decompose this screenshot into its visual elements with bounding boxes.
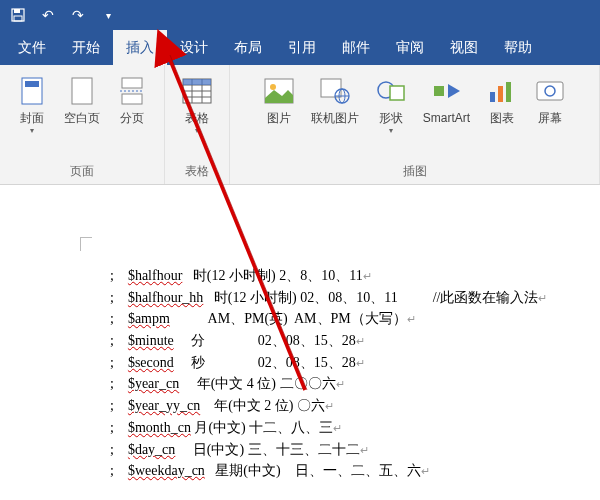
blank-page-label: 空白页 [64,111,100,125]
screenshot-icon [534,75,566,107]
chevron-down-icon: ▾ [389,126,393,135]
document-line: ; $weekday_cn 星期(中文) 日、一、二、五、六↵ [110,460,600,482]
svg-rect-28 [506,82,511,102]
smartart-label: SmartArt [423,111,470,125]
document-line: ; $month_cn 月(中文) 十二、八、三↵ [110,417,600,439]
tab-mailings[interactable]: 邮件 [329,30,383,65]
svg-rect-26 [490,92,495,102]
undo-icon[interactable]: ↶ [40,7,56,23]
smartart-icon [431,75,463,107]
svg-rect-6 [122,78,142,88]
svg-rect-7 [122,94,142,104]
redo-icon[interactable]: ↷ [70,7,86,23]
svg-rect-1 [14,9,20,13]
ribbon-tabs: 文件 开始 插入 设计 布局 引用 邮件 审阅 视图 帮助 [0,30,600,65]
group-pages-label: 页面 [70,160,94,184]
cover-page-button[interactable]: 封面 ▾ [8,71,56,139]
svg-rect-24 [434,86,444,96]
tab-home[interactable]: 开始 [59,30,113,65]
picture-icon [263,75,295,107]
document-line: ; $minute 分 02、08、15、28↵ [110,330,600,352]
chart-icon [486,75,518,107]
page-break-label: 分页 [120,111,144,125]
document-line: ; $halfhour_hh 时(12 小时制) 02、08、10、11 //此… [110,287,600,309]
document-line: ; $second 秒 02、08、15、28↵ [110,352,600,374]
document-line: ; $day_cn 日(中文) 三、十三、二十二↵ [110,439,600,461]
table-label: 表格 [185,111,209,125]
page-break-icon [116,75,148,107]
tab-design[interactable]: 设计 [167,30,221,65]
tab-insert[interactable]: 插入 [113,30,167,65]
screenshot-label: 屏幕 [538,111,562,125]
page-break-button[interactable]: 分页 [108,71,156,129]
svg-rect-5 [72,78,92,104]
group-illustrations: 图片 联机图片 形状 ▾ SmartArt 图表 屏幕 [230,65,600,184]
online-picture-icon [319,75,351,107]
screenshot-button[interactable]: 屏幕 [526,71,574,129]
shapes-button[interactable]: 形状 ▾ [367,71,415,139]
svg-rect-23 [390,86,404,100]
svg-rect-2 [14,16,22,21]
svg-point-17 [270,84,276,90]
quick-access-toolbar: ↶ ↷ ▾ [0,0,600,30]
blank-page-icon [66,75,98,107]
group-tables-label: 表格 [185,160,209,184]
smartart-button[interactable]: SmartArt [415,71,478,129]
tab-help[interactable]: 帮助 [491,30,545,65]
tab-view[interactable]: 视图 [437,30,491,65]
svg-rect-15 [183,79,211,85]
shapes-label: 形状 [379,111,403,125]
group-tables: 表格 ▾ 表格 [165,65,230,184]
tab-references[interactable]: 引用 [275,30,329,65]
picture-label: 图片 [267,111,291,125]
document-line: ; $year_cn 年(中文 4 位) 二〇〇六↵ [110,373,600,395]
ribbon: 封面 ▾ 空白页 分页 页面 表格 ▾ 表格 [0,65,600,185]
chevron-down-icon: ▾ [30,126,34,135]
group-illustrations-label: 插图 [403,160,427,184]
group-pages: 封面 ▾ 空白页 分页 页面 [0,65,165,184]
svg-rect-27 [498,86,503,102]
svg-rect-18 [321,79,341,97]
online-picture-label: 联机图片 [311,111,359,125]
shapes-icon [375,75,407,107]
blank-page-button[interactable]: 空白页 [56,71,108,129]
svg-rect-29 [537,82,563,100]
tab-layout[interactable]: 布局 [221,30,275,65]
svg-marker-25 [448,84,460,98]
cover-page-icon [16,75,48,107]
chart-label: 图表 [490,111,514,125]
document-line: ; $ampm AM、PM(英) AM、PM（大写）↵ [110,308,600,330]
picture-button[interactable]: 图片 [255,71,303,129]
online-picture-button[interactable]: 联机图片 [303,71,367,129]
svg-rect-4 [25,81,39,87]
table-icon [181,75,213,107]
document-line: ; $halfhour 时(12 小时制) 2、8、10、11↵ [110,265,600,287]
document-content: ; $halfhour 时(12 小时制) 2、8、10、11↵; $halfh… [60,225,600,482]
document-area[interactable]: ; $halfhour 时(12 小时制) 2、8、10、11↵; $halfh… [0,185,600,500]
tab-file[interactable]: 文件 [5,30,59,65]
cover-page-label: 封面 [20,111,44,125]
save-icon[interactable] [10,7,26,23]
table-button[interactable]: 表格 ▾ [173,71,221,139]
chevron-down-icon: ▾ [195,126,199,135]
qat-more-icon[interactable]: ▾ [100,7,116,23]
document-line: ; $year_yy_cn 年(中文 2 位) 〇六↵ [110,395,600,417]
page-corner [80,237,92,251]
tab-review[interactable]: 审阅 [383,30,437,65]
chart-button[interactable]: 图表 [478,71,526,129]
